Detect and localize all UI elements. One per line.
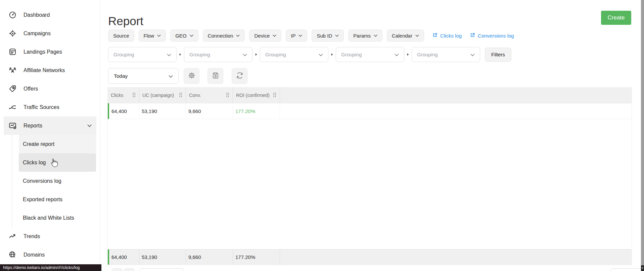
- trending-up-icon: [8, 232, 17, 241]
- sidebar-item-offers[interactable]: $ Offers: [4, 79, 96, 98]
- filter-label: Device: [254, 33, 270, 39]
- sidebar-item-exported-reports[interactable]: Exported reports: [19, 190, 96, 209]
- grouping-select-2[interactable]: Grouping: [184, 47, 252, 62]
- grouping-select-3[interactable]: Grouping: [260, 47, 328, 62]
- pagination-prev-button[interactable]: [112, 268, 123, 271]
- save-report-button[interactable]: [208, 68, 223, 84]
- sidebar-item-domains[interactable]: Domains: [4, 246, 96, 264]
- grouping-select-4[interactable]: Grouping: [336, 47, 404, 62]
- pagination-right-control[interactable]: [610, 268, 642, 271]
- filter-button-params[interactable]: Params: [348, 30, 382, 42]
- grouping-placeholder: Grouping: [341, 52, 362, 57]
- chevron-down-icon: [415, 35, 419, 37]
- filter-button-connection[interactable]: Connection: [203, 30, 245, 42]
- chevron-down-icon: [157, 35, 161, 37]
- sidebar-item-traffic-sources[interactable]: Traffic Sources: [4, 98, 96, 116]
- drag-handle-icon[interactable]: [273, 93, 276, 98]
- external-link-icon: [470, 33, 475, 39]
- pages-icon: [8, 48, 17, 56]
- column-header-clicks[interactable]: Clicks: [108, 88, 139, 103]
- sidebar-item-affiliate-networks[interactable]: Affiliate Networks: [4, 61, 96, 79]
- filter-bar: Source Flow GEO Connection Device IP Sub…: [108, 30, 514, 42]
- chevron-down-icon: [87, 124, 92, 127]
- pagination-next-button[interactable]: [124, 268, 135, 271]
- arrow-right-separator-icon: [328, 53, 336, 56]
- report-gear-icon: [8, 121, 17, 130]
- sidebar-item-black-white-lists[interactable]: Black and White Lists: [19, 209, 96, 227]
- column-label: ROI (confirmed): [236, 93, 270, 98]
- table-empty-area: [108, 119, 632, 249]
- filter-label: GEO: [175, 33, 186, 39]
- sidebar-item-label: Black and White Lists: [23, 215, 74, 221]
- sidebar-item-label: Conversions log: [23, 178, 61, 184]
- refresh-button[interactable]: [232, 68, 247, 84]
- filter-button-device[interactable]: Device: [249, 30, 281, 42]
- scrollbar-down-button[interactable]: [641, 265, 644, 271]
- clicks-log-link[interactable]: Clicks log: [432, 33, 462, 39]
- drag-handle-icon[interactable]: [132, 93, 136, 98]
- sidebar-item-reports[interactable]: Reports: [4, 116, 96, 135]
- filters-button[interactable]: Filters: [485, 48, 511, 62]
- sidebar-item-create-report[interactable]: Create report: [19, 135, 96, 153]
- column-header-conv[interactable]: Conv.: [186, 88, 233, 103]
- grouping-select-1[interactable]: Grouping: [108, 47, 177, 62]
- sidebar-item-label: Traffic Sources: [24, 104, 59, 110]
- create-button[interactable]: Create: [601, 11, 631, 25]
- pagination-page-size-select[interactable]: [140, 268, 184, 271]
- sidebar-item-label: Reports: [24, 123, 42, 129]
- filter-button-geo[interactable]: GEO: [170, 30, 198, 42]
- filter-label: Sub ID: [317, 33, 332, 39]
- cell-roi-confirmed: 177.20%: [233, 103, 280, 119]
- filter-label: Flow: [144, 33, 154, 39]
- filter-label: Source: [113, 33, 129, 39]
- summary-uc-campaign: 53,190: [139, 250, 186, 265]
- column-header-roi-confirmed[interactable]: ROI (confirmed): [233, 88, 280, 103]
- filter-button-source[interactable]: Source: [108, 30, 134, 42]
- sidebar-item-label: Offers: [24, 86, 38, 92]
- vertical-scrollbar-thumb[interactable]: [641, 0, 644, 265]
- filter-button-ip[interactable]: IP: [286, 30, 307, 42]
- drag-handle-icon[interactable]: [179, 93, 182, 98]
- filter-button-sub-id[interactable]: Sub ID: [312, 30, 344, 42]
- sidebar-item-trends[interactable]: Trends: [4, 227, 96, 246]
- cell-conv: 9,660: [186, 103, 233, 119]
- sidebar: Dashboard Campaigns Landings Pages Affil…: [0, 0, 100, 271]
- link-label: Conversions log: [478, 33, 514, 39]
- external-link-icon: [432, 33, 438, 39]
- sidebar-item-campaigns[interactable]: Campaigns: [4, 24, 96, 43]
- sidebar-item-clicks-log[interactable]: Clicks log: [19, 153, 96, 172]
- conversions-log-link[interactable]: Conversions log: [470, 33, 514, 39]
- date-range-select[interactable]: Today: [108, 68, 179, 84]
- sidebar-item-conversions-log[interactable]: Conversions log: [19, 172, 96, 190]
- report-table: Clicks UC (campaign) Conv. ROI (confirme…: [107, 87, 632, 265]
- gear-icon: [188, 71, 196, 81]
- drag-handle-icon[interactable]: [226, 93, 229, 98]
- sidebar-item-label: Campaigns: [24, 31, 51, 37]
- table-row[interactable]: 64,400 53,190 9,660 177.20%: [108, 103, 632, 119]
- report-settings-button[interactable]: [184, 68, 199, 84]
- filter-button-flow[interactable]: Flow: [139, 30, 166, 42]
- chevron-down-icon: [335, 35, 339, 37]
- save-icon: [212, 71, 220, 81]
- summary-clicks: 64,400: [109, 250, 139, 265]
- filter-label: Params: [353, 33, 371, 39]
- app-window: Dashboard Campaigns Landings Pages Affil…: [0, 0, 644, 271]
- sidebar-item-landings-pages[interactable]: Landings Pages: [4, 43, 96, 61]
- target-icon: [8, 29, 17, 38]
- filter-button-calendar[interactable]: Calendar: [387, 30, 424, 42]
- sidebar-item-dashboard[interactable]: Dashboard: [4, 6, 96, 24]
- column-header-uc-campaign[interactable]: UC (campaign): [139, 88, 186, 103]
- sidebar-item-label: Trends: [24, 233, 40, 239]
- chevron-down-icon: [273, 35, 276, 37]
- toolbar: Today: [108, 68, 247, 84]
- grouping-select-5[interactable]: Grouping: [412, 47, 480, 62]
- chevron-down-icon: [236, 35, 240, 37]
- sidebar-item-label: Domains: [24, 252, 45, 258]
- grouping-placeholder: Grouping: [113, 52, 134, 57]
- sidebar-item-label: Affiliate Networks: [24, 67, 65, 73]
- chevron-down-icon: [167, 52, 171, 57]
- filter-label: Connection: [208, 33, 233, 39]
- gauge-icon: [8, 11, 17, 19]
- grouping-placeholder: Grouping: [189, 52, 210, 57]
- chevron-down-icon: [470, 52, 475, 57]
